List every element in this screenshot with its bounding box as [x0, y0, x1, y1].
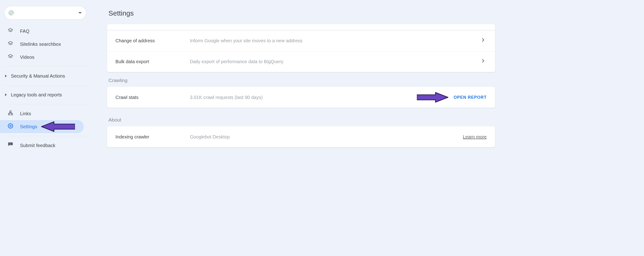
row-bulk-data-export[interactable]: Bulk data export Daily export of perform…	[107, 51, 495, 72]
sidebar-item-label: Security & Manual Actions	[11, 73, 65, 79]
crawling-card: Crawl stats 3.01K crawl requests (last 9…	[107, 87, 495, 108]
layers-icon	[8, 54, 14, 61]
sidebar-item-feedback[interactable]: Submit feedback	[0, 139, 90, 152]
gear-icon	[8, 123, 14, 130]
sidebar-section-security[interactable]: Security & Manual Actions	[0, 69, 90, 83]
section-heading-crawling: Crawling	[108, 78, 495, 83]
caret-right-icon	[5, 93, 7, 96]
about-card: Indexing crawler Googlebot Desktop Learn…	[107, 126, 495, 147]
sidebar-item-faq[interactable]: FAQ	[0, 25, 90, 38]
row-desc: Googlebot Desktop	[190, 134, 463, 140]
sidebar-item-label: FAQ	[20, 29, 30, 34]
card-lead-strip	[107, 24, 495, 30]
annotation-arrow-icon	[40, 121, 75, 132]
divider	[3, 66, 90, 67]
layers-icon	[8, 41, 14, 48]
row-title: Indexing crawler	[116, 134, 190, 140]
chevron-right-icon	[479, 37, 487, 44]
sidebar-item-links[interactable]: Links	[0, 107, 90, 120]
property-selector[interactable]	[4, 6, 86, 19]
property-input[interactable]	[14, 8, 78, 17]
layers-icon	[8, 28, 14, 35]
row-desc: Daily export of performance data to BigQ…	[190, 59, 479, 64]
sidebar-item-label: Settings	[20, 124, 37, 129]
sidebar-item-label: Legacy tools and reports	[11, 92, 62, 98]
sidebar-item-label: Sitelinks searchbox	[20, 42, 61, 47]
globe-icon	[8, 10, 14, 15]
annotation-arrow-icon	[417, 92, 450, 103]
chevron-down-icon	[78, 12, 82, 14]
row-change-of-address[interactable]: Change of address Inform Google when you…	[107, 30, 495, 51]
row-title: Bulk data export	[116, 59, 190, 64]
sidebar-item-label: Submit feedback	[20, 143, 56, 148]
section-heading-about: About	[108, 117, 495, 123]
sidebar: FAQ Sitelinks searchbox Videos Security …	[0, 0, 90, 152]
learn-more-link[interactable]: Learn more	[463, 134, 487, 140]
row-desc: Inform Google when your site moves to a …	[190, 38, 479, 43]
svg-rect-1	[8, 114, 10, 115]
row-title: Crawl stats	[116, 95, 190, 100]
row-crawl-stats[interactable]: Crawl stats 3.01K crawl requests (last 9…	[107, 87, 495, 108]
sidebar-item-label: Links	[20, 111, 31, 116]
svg-point-3	[10, 125, 11, 127]
sidebar-item-sitelinks[interactable]: Sitelinks searchbox	[0, 38, 90, 51]
sidebar-item-label: Videos	[20, 55, 34, 60]
sidebar-item-settings[interactable]: Settings	[0, 120, 84, 133]
row-title: Change of address	[116, 38, 190, 43]
general-card: Change of address Inform Google when you…	[107, 24, 495, 72]
divider	[3, 104, 90, 104]
sitemap-icon	[8, 110, 14, 117]
row-desc: 3.01K crawl requests (last 90 days)	[190, 95, 414, 100]
main: Settings Change of address Inform Google…	[107, 4, 635, 157]
row-indexing-crawler: Indexing crawler Googlebot Desktop Learn…	[107, 126, 495, 147]
feedback-icon	[8, 142, 14, 149]
svg-rect-0	[10, 111, 11, 112]
chevron-right-icon	[479, 58, 487, 65]
sidebar-section-legacy[interactable]: Legacy tools and reports	[0, 88, 90, 101]
svg-rect-2	[11, 114, 12, 115]
open-report-button[interactable]: OPEN REPORT	[454, 95, 487, 100]
page-title: Settings	[108, 9, 495, 17]
divider	[3, 85, 90, 86]
divider	[3, 136, 90, 136]
sidebar-item-videos[interactable]: Videos	[0, 51, 90, 64]
caret-right-icon	[5, 75, 7, 77]
